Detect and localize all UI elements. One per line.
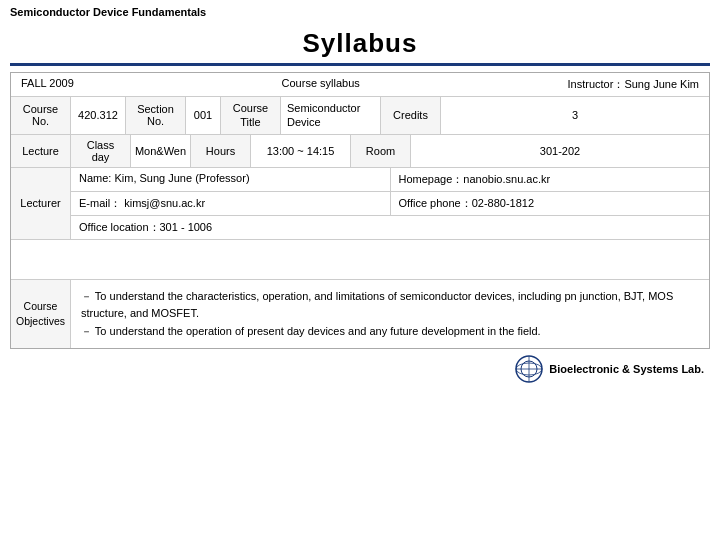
empty-spacer-row <box>11 240 709 280</box>
lecturer-homepage: Homepage：nanobio.snu.ac.kr <box>391 168 710 191</box>
footer: Bioelectronic & Systems Lab. <box>0 349 720 387</box>
lecturer-name: Name: Kim, Sung June (Professor) <box>71 168 391 191</box>
credits-value: 3 <box>441 97 709 134</box>
course-no-label: Course No. <box>11 97 71 134</box>
lecturer-location-row: Office location：301 - 1006 <box>71 216 709 239</box>
objectives-content: － To understand the characteristics, ope… <box>71 280 709 349</box>
lecturer-email: E-mail： kimsj@snu.ac.kr <box>71 192 391 215</box>
room-label: Room <box>351 135 411 167</box>
blue-divider <box>10 63 710 66</box>
section-no-value: 001 <box>186 97 221 134</box>
course-info-row: Course No. 420.312 Section No. 001 Cours… <box>11 97 709 135</box>
section-no-label: Section No. <box>126 97 186 134</box>
instructor-label: Instructor：Sung June Kim <box>568 77 699 92</box>
course-title-label: Course Title <box>221 97 281 134</box>
syllabus-header-row: FALL 2009 Course syllabus Instructor：Sun… <box>11 73 709 97</box>
page-title: Syllabus <box>0 20 720 63</box>
course-title-value: Semiconductor Device <box>281 97 381 134</box>
credits-label: Credits <box>381 97 441 134</box>
hours-label: Hours <box>191 135 251 167</box>
hours-value: 13:00 ~ 14:15 <box>251 135 351 167</box>
semester-label: FALL 2009 <box>21 77 74 92</box>
course-no-value: 420.312 <box>71 97 126 134</box>
lecturer-office-location: Office location：301 - 1006 <box>71 216 220 239</box>
classday-value: Mon&Wen <box>131 135 191 167</box>
lecturer-email-row: E-mail： kimsj@snu.ac.kr Office phone：02-… <box>71 192 709 216</box>
objectives-line2: － To understand the operation of present… <box>81 323 699 341</box>
lecture-info-row: Lecture Class day Mon&Wen Hours 13:00 ~ … <box>11 135 709 168</box>
lab-logo-icon <box>515 355 543 383</box>
room-value: 301-202 <box>411 135 709 167</box>
lecturer-row: Lecturer Name: Kim, Sung June (Professor… <box>11 168 709 240</box>
lecturer-label: Lecturer <box>11 168 71 239</box>
lecturer-name-row: Name: Kim, Sung June (Professor) Homepag… <box>71 168 709 192</box>
objectives-line1: － To understand the characteristics, ope… <box>81 288 699 323</box>
lecturer-info: Name: Kim, Sung June (Professor) Homepag… <box>71 168 709 239</box>
lecture-label: Lecture <box>11 135 71 167</box>
classday-label: Class day <box>71 135 131 167</box>
course-syllabus-label: Course syllabus <box>282 77 360 92</box>
footer-label: Bioelectronic & Systems Lab. <box>549 363 704 375</box>
header-title: Semiconductor Device Fundamentals <box>0 0 720 20</box>
syllabus-table: FALL 2009 Course syllabus Instructor：Sun… <box>10 72 710 349</box>
objectives-row: Course Objectives － To understand the ch… <box>11 280 709 349</box>
lecturer-office-phone: Office phone：02-880-1812 <box>391 192 710 215</box>
objectives-label: Course Objectives <box>11 280 71 349</box>
